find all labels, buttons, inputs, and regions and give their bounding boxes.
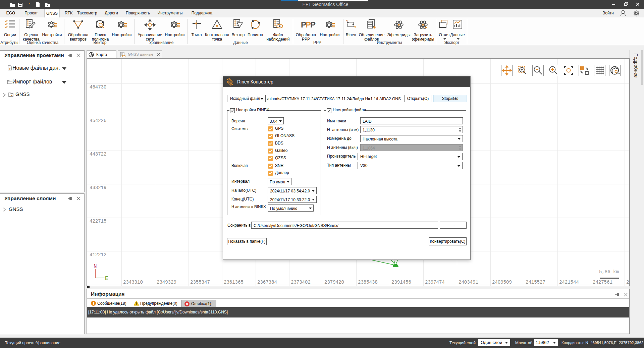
- svg-text:N: N: [94, 264, 97, 270]
- svg-text:E: E: [105, 276, 108, 282]
- svg-text:G: G: [354, 25, 356, 28]
- svg-text:P: P: [310, 20, 316, 29]
- svg-text:R: R: [346, 19, 348, 22]
